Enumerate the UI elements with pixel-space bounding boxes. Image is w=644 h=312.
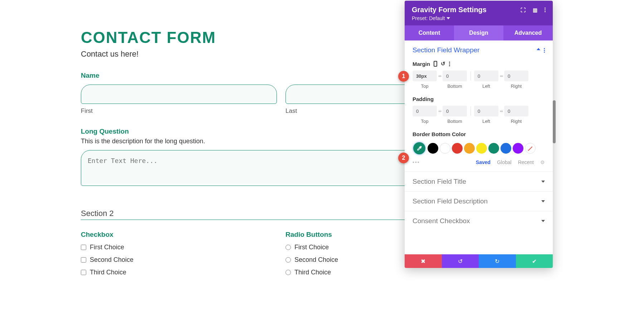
consent-checkbox-toggle[interactable]: Consent Checkbox <box>405 211 553 231</box>
checkbox-input[interactable] <box>81 270 86 275</box>
preset-label: Preset: Default <box>412 15 445 21</box>
columns-icon[interactable]: ▥ <box>533 7 537 13</box>
radio-input[interactable] <box>286 257 291 263</box>
check-icon: ✔ <box>532 258 537 265</box>
checkbox-option[interactable]: Third Choice <box>81 269 277 276</box>
undo-button[interactable]: ↺ <box>442 254 479 268</box>
palette-tab-saved[interactable]: Saved <box>476 159 491 165</box>
side-label: Bottom <box>443 83 467 89</box>
side-label: Left <box>474 119 498 124</box>
first-sublabel: First <box>81 107 277 115</box>
section-label: Section Field Description <box>413 197 488 205</box>
radio-input[interactable] <box>286 245 291 250</box>
margin-left-input[interactable] <box>474 71 498 81</box>
section-field-title-toggle[interactable]: Section Field Title <box>405 172 553 191</box>
color-swatch[interactable] <box>513 143 523 154</box>
panel-title: Gravity Form Settings <box>412 6 487 14</box>
radio-input[interactable] <box>286 270 291 275</box>
color-swatch[interactable] <box>464 143 475 154</box>
color-swatch[interactable] <box>452 143 463 154</box>
responsive-icon[interactable] <box>434 61 437 67</box>
scrollbar-handle[interactable] <box>553 100 556 143</box>
callout-badge-1: 1 <box>398 71 409 82</box>
eyedropper-icon <box>416 145 423 152</box>
side-label: Top <box>413 83 437 89</box>
color-swatch[interactable] <box>488 143 499 154</box>
undo-icon: ↺ <box>458 258 463 265</box>
preset-dropdown[interactable]: Preset: Default <box>412 15 546 21</box>
checkbox-label: Checkbox <box>81 231 277 239</box>
chevron-down-icon <box>541 220 545 222</box>
padding-label: Padding <box>413 96 545 102</box>
link-icon[interactable]: ⇹ <box>437 74 443 78</box>
link-icon[interactable]: ⇹ <box>498 109 504 114</box>
padding-bottom-input[interactable] <box>443 106 467 116</box>
kebab-icon[interactable] <box>544 48 545 53</box>
section-field-wrapper-toggle[interactable]: Section Field Wrapper <box>405 40 553 60</box>
side-label: Bottom <box>443 119 467 124</box>
redo-button[interactable]: ↻ <box>479 254 516 268</box>
choice-text: Second Choice <box>294 256 338 264</box>
reset-icon[interactable]: ↺ <box>441 61 445 67</box>
tab-content[interactable]: Content <box>405 25 454 40</box>
margin-top-input[interactable] <box>413 71 437 81</box>
chevron-down-icon <box>541 181 545 183</box>
side-label: Right <box>504 83 528 89</box>
border-bottom-color-label: Border Bottom Color <box>413 131 545 137</box>
checkbox-option[interactable]: Second Choice <box>81 256 277 264</box>
margin-right-input[interactable] <box>504 71 528 81</box>
more-icon[interactable]: ••• <box>413 159 420 165</box>
checkbox-option[interactable]: First Choice <box>81 244 277 251</box>
divider <box>470 106 471 116</box>
choice-text: Third Choice <box>90 269 126 276</box>
palette-tab-recent[interactable]: Recent <box>518 159 534 165</box>
link-icon[interactable]: ⇹ <box>498 74 504 78</box>
callout-badge-2: 2 <box>398 153 409 163</box>
side-label: Left <box>474 83 498 89</box>
color-swatch[interactable] <box>440 143 450 154</box>
kebab-icon[interactable] <box>545 8 546 12</box>
first-name-input[interactable] <box>81 85 277 104</box>
padding-top-input[interactable] <box>413 106 437 116</box>
tab-design[interactable]: Design <box>454 25 503 40</box>
redo-icon: ↻ <box>495 258 499 265</box>
padding-right-input[interactable] <box>504 106 528 116</box>
link-icon[interactable]: ⇹ <box>437 109 443 114</box>
gear-icon[interactable]: ⚙ <box>540 159 545 165</box>
side-label: Right <box>504 119 528 124</box>
checkbox-input[interactable] <box>81 245 86 250</box>
section-label: Section Field Title <box>413 178 466 186</box>
chevron-down-icon <box>541 200 545 202</box>
cancel-button[interactable]: ✖ <box>405 254 442 268</box>
save-button[interactable]: ✔ <box>516 254 553 268</box>
choice-text: Third Choice <box>294 269 331 276</box>
expand-icon[interactable]: ⛶ <box>521 7 526 13</box>
color-swatch[interactable] <box>428 143 438 154</box>
settings-panel: Gravity Form Settings ⛶ ▥ Preset: Defaul… <box>405 1 553 268</box>
close-icon: ✖ <box>421 258 425 265</box>
color-swatch-active[interactable] <box>413 141 426 155</box>
kebab-icon[interactable] <box>449 62 450 66</box>
padding-left-input[interactable] <box>474 106 498 116</box>
chevron-up-icon <box>537 48 540 50</box>
color-swatch[interactable] <box>501 143 511 154</box>
section-label: Consent Checkbox <box>413 217 470 225</box>
side-label: Top <box>413 119 437 124</box>
section-label: Section Field Wrapper <box>413 46 480 54</box>
choice-text: First Choice <box>294 244 329 251</box>
checkbox-input[interactable] <box>81 257 86 263</box>
divider <box>470 71 471 81</box>
radio-option[interactable]: Third Choice <box>286 269 482 276</box>
margin-bottom-input[interactable] <box>443 71 467 81</box>
choice-text: First Choice <box>90 244 124 251</box>
palette-tab-global[interactable]: Global <box>497 159 511 165</box>
chevron-down-icon <box>447 17 450 19</box>
color-swatch-none[interactable] <box>525 143 536 154</box>
tab-advanced[interactable]: Advanced <box>503 25 553 40</box>
margin-label: Margin <box>413 61 430 67</box>
section-field-description-toggle[interactable]: Section Field Description <box>405 191 553 211</box>
color-swatch[interactable] <box>476 143 487 154</box>
choice-text: Second Choice <box>90 256 133 264</box>
